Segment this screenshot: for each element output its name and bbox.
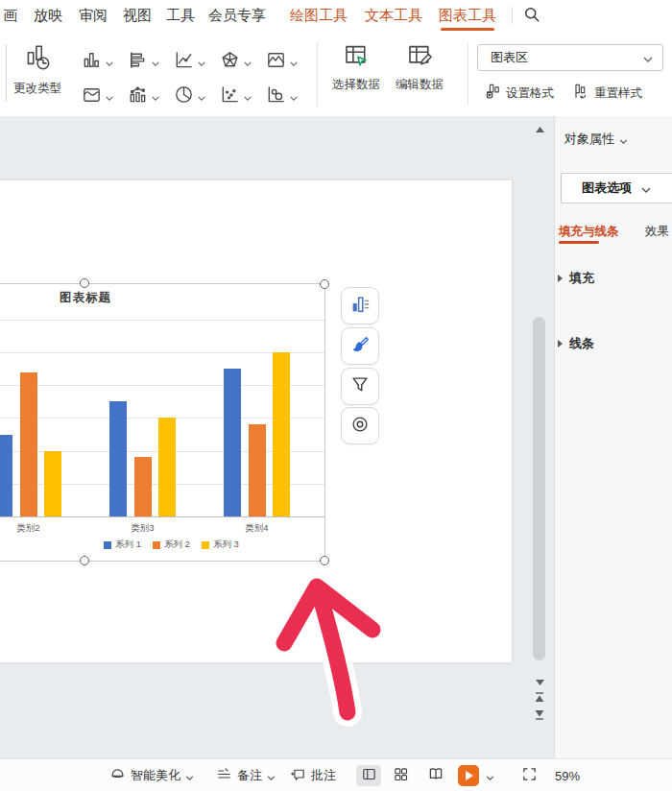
bar-类别3-系列1[interactable] (109, 401, 127, 516)
bar-类别2-系列3[interactable] (44, 451, 61, 516)
reading-view-button[interactable] (423, 765, 448, 786)
chevron-down-icon (267, 769, 276, 783)
line-section-label: 线条 (569, 335, 594, 352)
fullscreen-icon (521, 766, 538, 785)
menu-item-1[interactable]: 画 (3, 7, 17, 25)
category-label: 类别2 (0, 522, 58, 535)
chart-filter-button[interactable] (341, 368, 379, 405)
set-format-label: 设置格式 (506, 85, 554, 102)
tab-fill-and-line[interactable]: 填充与线条 (559, 224, 619, 240)
comment-icon (290, 766, 306, 785)
slideshow-play-button[interactable] (458, 765, 479, 786)
menu-item-2[interactable]: 放映 (34, 7, 62, 25)
chevron-down-icon (106, 53, 113, 70)
pie-chart-type-button[interactable] (173, 83, 205, 109)
chart-element-dropdown-value: 图表区 (491, 49, 528, 66)
menu-item-3[interactable]: 审阅 (79, 7, 108, 25)
column-chart-type-button[interactable] (81, 48, 113, 75)
menu-item-6[interactable]: 会员专享 (208, 7, 266, 25)
previous-slide-button[interactable] (534, 689, 545, 707)
tool-tab-1[interactable]: 绘图工具 (290, 7, 348, 25)
resize-handle-bottom-right[interactable] (320, 556, 329, 565)
bubble-chart-type-button[interactable] (265, 83, 298, 109)
ribbon-separator (317, 42, 318, 106)
slide-sorter-view-button[interactable] (388, 765, 413, 786)
hbar-chart-type-button[interactable] (127, 48, 159, 75)
chart-focus-button[interactable] (341, 407, 379, 444)
chart-elements-button[interactable] (341, 287, 379, 324)
legend-label: 系列 2 (164, 539, 190, 551)
bar-chart[interactable]: 类别2类别3类别4 (0, 180, 512, 662)
legend-label: 系列 3 (213, 539, 239, 551)
set-format-button[interactable]: 设置格式 (483, 82, 554, 105)
chevron-down-icon (152, 53, 159, 70)
chevron-down-icon (106, 87, 113, 105)
chart-legend[interactable]: 系列 1系列 2系列 3 (104, 539, 239, 551)
fill-section-label: 填充 (569, 270, 594, 287)
object-properties-label: 对象属性 (564, 131, 614, 148)
search-button[interactable] (522, 5, 545, 26)
grid-view-icon (393, 766, 409, 786)
collapsed-triangle-icon (558, 340, 563, 348)
reset-style-button[interactable]: 重置样式 (571, 82, 642, 105)
tool-tab-3[interactable]: 图表工具 (439, 7, 496, 25)
pie-chart-icon (173, 84, 195, 109)
chart-options-dropdown[interactable]: 图表选项 (561, 173, 672, 204)
surface-chart-type-button[interactable] (265, 48, 298, 75)
comments-button[interactable]: 批注 (290, 759, 336, 791)
tab-effects[interactable]: 效果 (645, 224, 669, 240)
area-chart-type-button[interactable] (81, 83, 113, 109)
fill-section-header[interactable]: 填充 (558, 270, 594, 287)
notes-button[interactable]: 备注 (216, 759, 276, 791)
ribbon-separator (468, 42, 468, 106)
edit-data-button[interactable]: 编辑数据 (392, 40, 447, 93)
resize-handle-top-right[interactable] (320, 279, 329, 289)
play-options-chevron[interactable] (486, 759, 494, 791)
change-chart-type-button[interactable]: 更改类型 (8, 40, 67, 97)
red-up-arrow-annotation (257, 568, 392, 745)
chart-tools-ribbon: 更改类型 选择数据 编辑数据 图表区 设置格式 (0, 31, 672, 117)
menu-item-4[interactable]: 视图 (123, 7, 152, 25)
category-label: 类别4 (228, 522, 286, 535)
bar-类别2-系列2[interactable] (20, 372, 37, 516)
scroll-down-arrow[interactable] (534, 672, 545, 689)
bar-类别2-系列1[interactable] (0, 435, 12, 517)
fit-slide-button[interactable] (521, 759, 538, 791)
top-menu-bar: 画放映审阅视图工具会员专享绘图工具文本工具图表工具 (0, 0, 672, 32)
tool-tab-2[interactable]: 文本工具 (365, 7, 422, 25)
chart-element-dropdown[interactable]: 图表区 (477, 44, 663, 71)
bar-类别3-系列2[interactable] (134, 457, 152, 516)
radar-chart-type-button[interactable] (219, 48, 252, 75)
column-chart-icon (81, 49, 103, 75)
slide-canvas[interactable]: 图表标题 类别2类别3类别4 系列 1系列 2系列 3 (0, 180, 512, 662)
combo-chart-type-button[interactable] (127, 83, 159, 109)
radar-chart-icon (219, 49, 241, 75)
bar-类别4-系列3[interactable] (273, 352, 290, 516)
bar-类别4-系列1[interactable] (224, 369, 241, 516)
edit-data-label: 编辑数据 (392, 77, 447, 93)
line-chart-type-button[interactable] (173, 48, 205, 75)
normal-view-button[interactable] (356, 765, 381, 786)
object-properties-header[interactable]: 对象属性 (564, 131, 628, 148)
smart-beautify-button[interactable]: 智能美化 (109, 759, 194, 791)
select-data-button[interactable]: 选择数据 (328, 40, 384, 93)
chevron-down-icon (152, 87, 159, 105)
menu-item-5[interactable]: 工具 (166, 7, 195, 25)
resize-handle-bottom-center[interactable] (80, 556, 89, 565)
chart-style-button[interactable] (341, 327, 379, 365)
vertical-scrollbar-thumb[interactable] (533, 317, 545, 660)
scroll-up-arrow[interactable] (534, 119, 545, 136)
zoom-level[interactable]: 59% (555, 759, 580, 791)
resize-handle-top-center[interactable] (80, 278, 89, 288)
next-slide-button[interactable] (534, 707, 545, 724)
bar-类别3-系列3[interactable] (158, 418, 176, 516)
object-properties-panel: 对象属性 图表选项 填充与线条 效果 填充 线条 (555, 116, 672, 758)
chevron-down-icon (641, 181, 651, 196)
scatter-chart-type-button[interactable] (219, 83, 252, 109)
collapsed-triangle-icon (558, 275, 563, 282)
bar-类别4-系列2[interactable] (249, 424, 266, 516)
chevron-down-icon (198, 87, 205, 105)
cropped-button-edge (6, 44, 7, 102)
line-section-header[interactable]: 线条 (558, 335, 594, 352)
helmet-icon (109, 766, 126, 785)
